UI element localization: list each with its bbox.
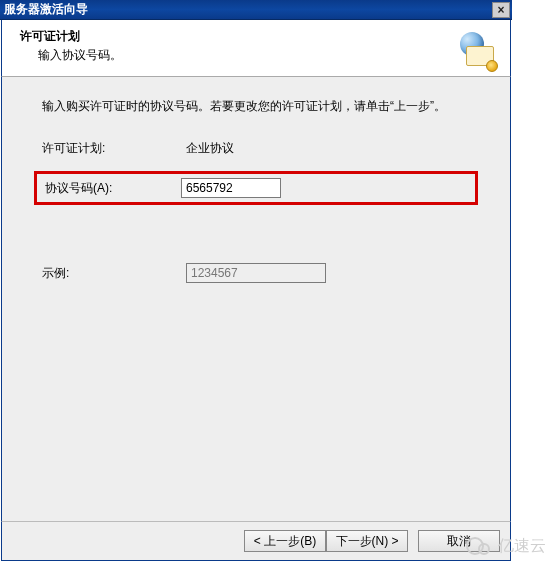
wizard-button-bar: < 上一步(B) 下一步(N) > 取消 [1, 521, 511, 561]
page-title: 许可证计划 [20, 28, 492, 45]
license-plan-row: 许可证计划: 企业协议 [42, 140, 470, 157]
example-input [186, 263, 326, 283]
window-title: 服务器激活向导 [4, 1, 88, 18]
cancel-button[interactable]: 取消 [418, 530, 500, 552]
instruction-text: 输入购买许可证时的协议号码。若要更改您的许可证计划，请单击“上一步”。 [42, 97, 470, 116]
agreement-number-input[interactable] [181, 178, 281, 198]
back-button[interactable]: < 上一步(B) [244, 530, 326, 552]
example-label: 示例: [42, 265, 186, 282]
wizard-header: 许可证计划 输入协议号码。 [1, 20, 511, 76]
license-plan-label: 许可证计划: [42, 140, 186, 157]
license-plan-value: 企业协议 [186, 140, 234, 157]
agreement-number-label: 协议号码(A): [41, 180, 181, 197]
close-icon: × [497, 3, 504, 17]
agreement-number-highlight: 协议号码(A): [34, 171, 478, 205]
wizard-content: 输入购买许可证时的协议号码。若要更改您的许可证计划，请单击“上一步”。 许可证计… [1, 77, 511, 521]
example-row: 示例: [42, 263, 470, 283]
license-globe-icon [456, 30, 496, 70]
close-button[interactable]: × [492, 2, 510, 18]
title-bar: 服务器激活向导 × [0, 0, 512, 20]
page-subtitle: 输入协议号码。 [38, 47, 492, 64]
next-button[interactable]: 下一步(N) > [326, 530, 408, 552]
